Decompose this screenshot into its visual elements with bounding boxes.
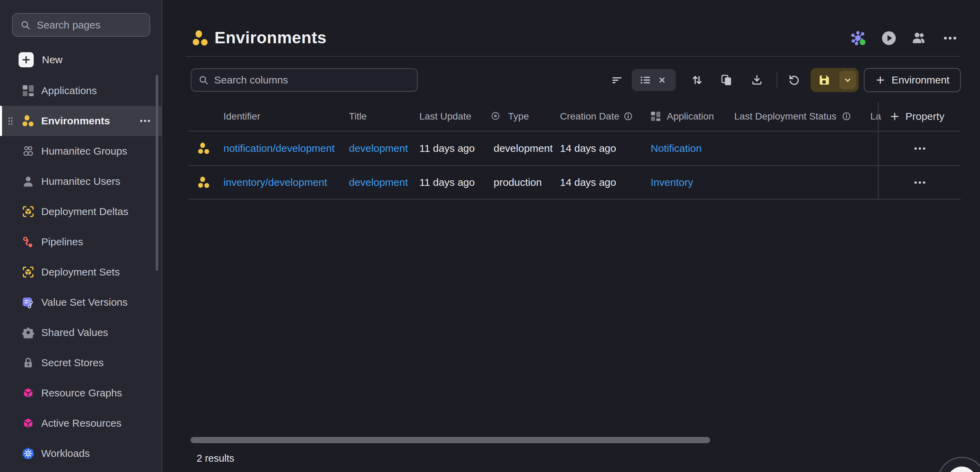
plus-icon: [875, 75, 886, 85]
table-search[interactable]: [191, 68, 418, 92]
sidebar-item-humanitec-users[interactable]: Humanitec Users: [0, 166, 162, 197]
column-header-creation-date[interactable]: Creation Date: [560, 108, 619, 124]
add-environment-button[interactable]: Environment: [864, 68, 961, 92]
copy-icon[interactable]: [719, 73, 734, 87]
new-page-button[interactable]: New: [19, 50, 142, 69]
column-header-last-deployment-status[interactable]: Last Deployment Status: [734, 108, 836, 124]
pinned-column-divider: [878, 102, 878, 200]
sidebar-item-label: Secret Stores: [41, 357, 104, 369]
sidebar-item-label: Applications: [41, 85, 97, 97]
identifier-link[interactable]: notification/development: [223, 143, 335, 154]
sidebar-item-label: Pipelines: [41, 236, 83, 248]
environments-icon: [192, 30, 208, 46]
help-button[interactable]: ?: [938, 457, 980, 472]
main-content: Environments: [162, 0, 980, 472]
creation-date-cell: 14 days ago: [560, 132, 616, 165]
table-header-row: Identifier Title Last Update Type Creati…: [188, 102, 961, 132]
undo-icon[interactable]: [786, 73, 802, 87]
info-icon[interactable]: [624, 112, 633, 121]
search-columns-input[interactable]: [214, 74, 410, 86]
add-property-label: Property: [905, 111, 944, 122]
row-more-button[interactable]: [910, 132, 929, 165]
title-link[interactable]: development: [349, 143, 408, 154]
environments-icon: [22, 115, 34, 127]
applications-icon: [651, 111, 661, 121]
column-header-application[interactable]: Application: [667, 108, 714, 124]
type-cell: development: [493, 132, 553, 165]
sidebar-item-value-set-versions[interactable]: Value Set Versions: [0, 287, 162, 318]
deployment-cube-icon: [22, 205, 34, 218]
sidebar-item-active-resources[interactable]: Active Resources: [0, 408, 162, 438]
sidebar-item-environments[interactable]: Environments: [0, 106, 162, 136]
table-row[interactable]: inventory/development development 11 day…: [188, 166, 961, 200]
resource-cube-icon: [22, 417, 34, 429]
sidebar-item-humanitec-groups[interactable]: Humanitec Groups: [0, 136, 162, 166]
sidebar-item-applications[interactable]: Applications: [0, 76, 162, 106]
column-header-truncated[interactable]: La: [870, 108, 881, 124]
toolbar-divider: [776, 73, 777, 87]
table-row[interactable]: notification/development development 11 …: [188, 132, 961, 166]
more-icon[interactable]: [942, 30, 958, 46]
sidebar-item-workloads[interactable]: Workloads: [0, 438, 162, 469]
sidebar-item-secret-stores[interactable]: Secret Stores: [0, 348, 162, 378]
sidebar-item-label: Shared Values: [41, 327, 108, 339]
identifier-link[interactable]: inventory/development: [223, 176, 327, 188]
new-label: New: [42, 54, 62, 66]
sidebar-item-resource-graphs[interactable]: Resource Graphs: [0, 378, 162, 408]
more-icon: [914, 147, 926, 150]
search-pages-input[interactable]: [37, 19, 142, 31]
results-count: 2 results: [197, 453, 234, 464]
application-link[interactable]: Notification: [651, 143, 702, 154]
connections-status-icon[interactable]: [851, 30, 867, 46]
list-view-icon: [640, 74, 652, 86]
sidebar-item-label: Humanitec Groups: [41, 145, 127, 157]
kubernetes-icon: [22, 447, 34, 459]
sidebar-item-label: Deployment Sets: [41, 266, 119, 278]
info-icon[interactable]: [842, 112, 851, 121]
sidebar-item-shared-values[interactable]: Shared Values: [0, 318, 162, 348]
sort-icon[interactable]: [690, 73, 705, 87]
sidebar-item-label: Humanitec Users: [41, 176, 120, 187]
help-question-icon: ?: [947, 467, 976, 472]
gear-icon: [22, 326, 34, 339]
item-more-icon[interactable]: [140, 119, 151, 122]
sidebar: New Applications Environments Humanitec …: [0, 0, 162, 472]
environment-icon: [198, 132, 210, 165]
add-property-button[interactable]: Property: [889, 107, 944, 126]
groups-icon: [22, 145, 34, 157]
sidebar-item-deployment-sets[interactable]: Deployment Sets: [0, 257, 162, 287]
download-icon[interactable]: [749, 73, 764, 87]
view-toggle-button[interactable]: [632, 69, 676, 91]
last-update-cell: 11 days ago: [419, 166, 475, 199]
sidebar-item-pipelines[interactable]: Pipelines: [0, 227, 162, 257]
sidebar-search[interactable]: [12, 13, 150, 37]
filter-icon[interactable]: [609, 73, 625, 87]
close-icon[interactable]: [657, 75, 668, 86]
active-indicator: [0, 106, 2, 136]
lock-icon: [22, 357, 34, 369]
environment-icon: [198, 166, 210, 199]
row-more-button[interactable]: [910, 166, 929, 199]
environments-table: Identifier Title Last Update Type Creati…: [188, 102, 961, 200]
column-header-title[interactable]: Title: [349, 108, 367, 124]
sidebar-scrollbar[interactable]: [156, 75, 158, 271]
column-header-last-update[interactable]: Last Update: [419, 108, 471, 124]
sidebar-item-label: Workloads: [41, 448, 90, 459]
sidebar-item-deployment-deltas[interactable]: Deployment Deltas: [0, 197, 162, 227]
title-link[interactable]: development: [349, 176, 408, 188]
pipeline-icon: [22, 236, 34, 248]
search-icon: [198, 75, 208, 85]
horizontal-scrollbar[interactable]: [191, 437, 710, 443]
column-header-type[interactable]: Type: [508, 108, 529, 124]
drag-handle-icon[interactable]: [8, 117, 13, 126]
more-icon: [914, 181, 926, 184]
save-options-button[interactable]: [839, 71, 856, 89]
users-icon[interactable]: [911, 30, 927, 46]
column-header-identifier[interactable]: Identifier: [223, 108, 260, 124]
save-view-button[interactable]: [811, 68, 859, 92]
application-link[interactable]: Inventory: [651, 176, 693, 188]
user-icon: [22, 175, 34, 188]
sidebar-item-label: Value Set Versions: [41, 296, 127, 308]
creation-date-cell: 14 days ago: [560, 166, 616, 199]
play-icon[interactable]: [881, 30, 897, 46]
